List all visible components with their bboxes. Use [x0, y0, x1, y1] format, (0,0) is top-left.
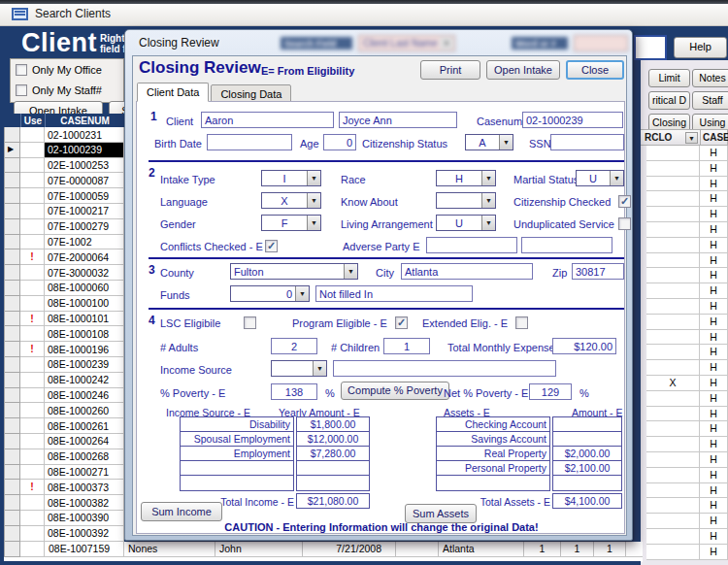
open-intake-button[interactable]: Open Intake	[486, 60, 560, 80]
dropdown-arrow-icon[interactable]: ▼	[481, 216, 495, 230]
race-combo[interactable]: H▼	[436, 170, 496, 186]
language-combo[interactable]: X▼	[261, 192, 321, 209]
table-row[interactable]: 07E-3000032	[4, 265, 124, 281]
casenum-column-header[interactable]: CASENUM	[46, 114, 124, 127]
case-cell[interactable]: H	[700, 514, 728, 529]
funds-combo[interactable]: 0▼	[230, 285, 310, 302]
last-name-cell[interactable]: Nones	[124, 542, 215, 557]
program-eligible-checkbox[interactable]	[395, 316, 408, 329]
case-cell[interactable]: H	[700, 421, 728, 437]
table-row[interactable]: 02E-1000253	[4, 158, 124, 174]
case-cell[interactable]: H	[700, 268, 728, 283]
record-selector[interactable]	[4, 465, 20, 481]
age-field[interactable]: 0	[323, 134, 356, 150]
closing-list-row[interactable]: H	[646, 514, 728, 529]
rclo-cell[interactable]	[646, 345, 700, 360]
table-row[interactable]: 08E-1000260	[4, 403, 124, 418]
casenum-cell[interactable]: 07E-3000032	[45, 265, 124, 281]
case-cell[interactable]: H	[700, 407, 728, 422]
case-cell[interactable]: H	[700, 283, 728, 299]
casenum-cell[interactable]: 07E-1000279	[45, 219, 124, 235]
record-selector[interactable]	[4, 265, 20, 281]
rclo-cell[interactable]	[646, 177, 700, 192]
closing-list-row[interactable]: H	[646, 498, 728, 514]
table-row[interactable]: 08E-1000390	[4, 511, 124, 526]
rclo-cell[interactable]	[646, 468, 700, 483]
casenum-cell[interactable]: 07E-1002	[45, 235, 124, 250]
extended-eligible-checkbox[interactable]	[515, 316, 528, 329]
lsc-eligible-checkbox[interactable]	[244, 316, 256, 329]
closing-list-row[interactable]: H	[646, 238, 728, 253]
record-selector[interactable]	[4, 357, 20, 373]
dropdown-arrow-icon[interactable]: ▼	[481, 193, 495, 208]
unduplicated-service-checkbox[interactable]	[618, 217, 631, 230]
adverse-party-field-1[interactable]	[426, 237, 517, 253]
asset-amount-cell[interactable]	[553, 432, 621, 447]
closing-list-row[interactable]: H	[646, 253, 728, 269]
table-row[interactable]: 08E-1000271	[4, 465, 124, 481]
case-cell[interactable]: H	[700, 376, 728, 391]
record-selector[interactable]	[4, 127, 20, 143]
table-row[interactable]: 08E-1000060	[4, 281, 124, 296]
filter-checkbox[interactable]	[16, 84, 27, 96]
record-selector[interactable]	[4, 158, 20, 174]
rclo-cell[interactable]	[646, 529, 700, 545]
table-row[interactable]: 07E-1000217	[4, 204, 124, 219]
city-cell[interactable]: Atlanta	[439, 542, 524, 557]
closing-list-row[interactable]: H	[646, 407, 728, 422]
casenum-cell[interactable]: 07E-0000087	[45, 173, 124, 188]
table-row[interactable]: 07E-1000059	[4, 188, 124, 204]
record-selector[interactable]	[4, 296, 20, 312]
county-combo[interactable]: Fulton▼	[230, 263, 358, 280]
income-source-cell[interactable]: Employment	[181, 447, 293, 461]
income-source-desc-field[interactable]	[333, 360, 556, 377]
income-amount-cell[interactable]: $1,800.00	[297, 417, 369, 432]
dropdown-arrow-icon[interactable]: ▼	[313, 361, 326, 376]
asset-name-cell[interactable]: Savings Account	[437, 432, 549, 447]
dropdown-arrow-icon[interactable]: ▼	[610, 171, 623, 185]
net-poverty-field[interactable]: 129	[529, 383, 572, 400]
income-source-cell[interactable]: Disability	[181, 417, 293, 432]
help-button[interactable]: Help	[674, 37, 727, 58]
record-selector[interactable]	[4, 249, 20, 265]
know-about-combo[interactable]: ▼	[436, 192, 496, 209]
table-row[interactable]: 08E-1000268	[4, 449, 124, 465]
table-row[interactable]: 08E-1000246	[4, 388, 124, 404]
record-selector[interactable]	[4, 281, 20, 296]
bottom-record-row[interactable]: 08E-1007159 Nones John 7/21/2008 Atlanta…	[4, 542, 643, 557]
casenum-cell[interactable]: 08E-1000390	[45, 511, 124, 526]
table-row[interactable]: ! 08E-1000373	[4, 480, 124, 495]
tab-client-data[interactable]: Client Data	[137, 83, 209, 102]
rclo-cell[interactable]	[646, 483, 700, 499]
closing-list-row[interactable]: H	[646, 283, 728, 299]
case-cell[interactable]: H	[700, 360, 728, 376]
case-cell[interactable]: H	[700, 161, 728, 177]
closing-list-header-rclo[interactable]: RCLO▼	[641, 129, 701, 146]
rclo-cell[interactable]	[646, 545, 700, 560]
closing-list-row[interactable]: H	[646, 360, 728, 376]
use-column-header[interactable]: Use	[21, 114, 46, 127]
casenum-cell[interactable]: 08E-1000108	[45, 326, 124, 342]
rclo-cell[interactable]	[646, 391, 700, 407]
case-cell[interactable]: H	[700, 207, 728, 222]
dropdown-arrow-icon[interactable]: ▼	[295, 286, 309, 301]
case-cell[interactable]: H	[700, 177, 728, 192]
closing-list-row[interactable]: H	[646, 330, 728, 346]
table-row[interactable]: 08E-1000264	[4, 434, 124, 449]
count-cell[interactable]: 1	[561, 542, 594, 557]
record-selector[interactable]	[4, 449, 20, 465]
table-row[interactable]: 08E-1000108	[4, 326, 124, 342]
side-button-left[interactable]: ritical D	[648, 91, 690, 110]
case-cell[interactable]: H	[700, 330, 728, 346]
zip-field[interactable]: 30817	[572, 263, 624, 280]
table-row[interactable]: 07E-1000279	[4, 219, 124, 235]
closing-list-row[interactable]: H	[646, 391, 728, 407]
record-selector[interactable]	[4, 511, 20, 526]
birth-date-field[interactable]	[207, 134, 292, 150]
poverty-field[interactable]: 138	[271, 383, 317, 400]
record-selector[interactable]	[4, 495, 20, 511]
record-selector[interactable]	[4, 542, 20, 557]
casenum-cell[interactable]: 08E-1000239	[45, 357, 124, 373]
table-row[interactable]: 08E-1000261	[4, 418, 124, 434]
closing-list-row[interactable]: H	[646, 468, 728, 483]
